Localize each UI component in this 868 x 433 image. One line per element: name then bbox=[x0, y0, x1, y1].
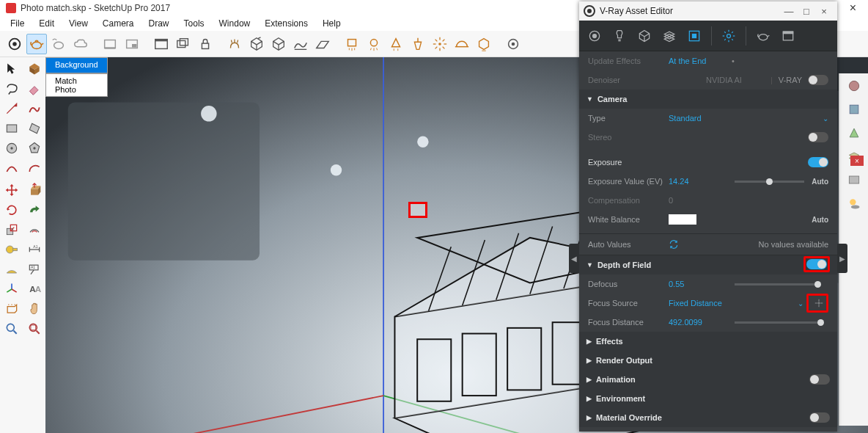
zoom-extents-tool[interactable] bbox=[24, 320, 45, 338]
material-override-toggle[interactable] bbox=[809, 412, 830, 423]
denoiser-vray[interactable]: V-RAY bbox=[779, 76, 802, 84]
animation-section-header[interactable]: ▶Animation bbox=[579, 370, 837, 389]
move-tool[interactable] bbox=[1, 181, 22, 199]
rectangle-tool[interactable] bbox=[1, 120, 22, 137]
offset-tool[interactable] bbox=[24, 221, 45, 239]
3dtext-tool[interactable]: AA bbox=[24, 280, 45, 298]
menu-extensions[interactable]: Extensions bbox=[257, 17, 315, 30]
circle-tool[interactable] bbox=[1, 139, 22, 157]
update-effects-value[interactable]: At the End bbox=[669, 57, 727, 65]
text-tool[interactable]: A1 bbox=[24, 261, 45, 278]
followme-tool[interactable] bbox=[24, 201, 45, 219]
scale-tool[interactable] bbox=[1, 221, 22, 239]
tape-tool[interactable] bbox=[1, 241, 22, 258]
freehand-tool[interactable] bbox=[24, 100, 45, 117]
focus-distance-slider[interactable] bbox=[735, 321, 821, 324]
infinite-plane-button[interactable] bbox=[312, 34, 333, 54]
pick-focus-point-button[interactable] bbox=[812, 296, 825, 310]
vray-objects-button[interactable] bbox=[503, 34, 523, 54]
zoom-tool[interactable] bbox=[1, 320, 22, 338]
light-plane-button[interactable] bbox=[342, 34, 362, 54]
panel-collapse-right[interactable]: ▶ bbox=[837, 244, 847, 273]
select-tool[interactable] bbox=[1, 60, 22, 78]
frame-buffer-icon[interactable] bbox=[777, 25, 799, 47]
light-sphere-button[interactable] bbox=[364, 34, 384, 54]
window-close-button[interactable]: × bbox=[844, 1, 862, 15]
type-value[interactable]: Standard bbox=[669, 114, 727, 123]
focus-distance-value[interactable]: 492.0099 bbox=[669, 318, 727, 327]
white-balance-swatch[interactable] bbox=[669, 214, 696, 225]
light-dome-button[interactable] bbox=[452, 34, 472, 54]
materials-tab-icon[interactable] bbox=[584, 25, 606, 47]
material-override-section-header[interactable]: ▶Material Override bbox=[579, 408, 837, 427]
light-omni-button[interactable] bbox=[430, 34, 450, 54]
menu-view[interactable]: View bbox=[62, 17, 95, 30]
denoiser-nvidia[interactable]: NVIDIA AI bbox=[706, 76, 765, 84]
viewport-region-button[interactable] bbox=[122, 34, 142, 54]
polygon-tool[interactable] bbox=[24, 139, 45, 157]
white-balance-auto[interactable]: Auto bbox=[812, 216, 828, 224]
light-mesh-button[interactable] bbox=[474, 34, 494, 54]
exposure-ev-auto[interactable]: Auto bbox=[812, 178, 828, 186]
light-ies-button[interactable] bbox=[408, 34, 428, 54]
teapot-render-button[interactable] bbox=[26, 34, 47, 54]
viewport-render-button[interactable] bbox=[100, 34, 120, 54]
pushpull-tool[interactable] bbox=[24, 181, 45, 199]
arc2-tool[interactable] bbox=[24, 159, 45, 177]
render-output-section-header[interactable]: ▶Render Output bbox=[579, 351, 837, 370]
teapot-rt-button[interactable] bbox=[48, 34, 69, 54]
defocus-slider[interactable] bbox=[735, 283, 821, 285]
lock-view-button[interactable] bbox=[195, 34, 216, 54]
proxy-export-button[interactable] bbox=[246, 34, 267, 54]
focus-source-value[interactable]: Fixed Distance bbox=[669, 299, 727, 308]
lights-tab-icon[interactable] bbox=[608, 25, 630, 47]
refresh-icon[interactable] bbox=[669, 239, 679, 250]
frame-buffer-button[interactable] bbox=[151, 34, 172, 54]
lasso-tool[interactable] bbox=[1, 80, 22, 98]
eraser-tool[interactable] bbox=[24, 80, 45, 98]
defocus-value[interactable]: 0.55 bbox=[669, 280, 727, 288]
menu-tools[interactable]: Tools bbox=[177, 17, 212, 30]
fur-button[interactable] bbox=[224, 34, 245, 54]
tray-shadows-icon[interactable] bbox=[841, 192, 867, 214]
stereo-toggle[interactable] bbox=[808, 132, 828, 142]
light-spot-button[interactable] bbox=[386, 34, 406, 54]
dof-toggle[interactable] bbox=[806, 259, 827, 269]
tray-styles-icon[interactable] bbox=[841, 122, 867, 144]
type-dropdown-icon[interactable]: ⌄ bbox=[823, 114, 828, 123]
tray-scenes-icon[interactable] bbox=[841, 169, 867, 191]
axes-tool[interactable] bbox=[1, 280, 22, 298]
menu-draw[interactable]: Draw bbox=[141, 17, 177, 30]
vray-logo-button[interactable] bbox=[4, 34, 25, 54]
compensation-value[interactable]: 0 bbox=[669, 196, 727, 205]
exposure-toggle[interactable] bbox=[808, 157, 828, 167]
cloud-render-button[interactable] bbox=[70, 34, 91, 54]
camera-section-header[interactable]: ▼Camera bbox=[579, 90, 837, 109]
panel-collapse-left[interactable]: ◀ bbox=[569, 244, 579, 273]
textures-tab-icon[interactable] bbox=[658, 25, 680, 47]
settings-tab-icon[interactable] bbox=[683, 25, 705, 47]
component-tool[interactable] bbox=[24, 60, 45, 78]
tab-match-photo[interactable]: Match Photo bbox=[45, 73, 108, 97]
effects-section-header[interactable]: ▶Effects bbox=[579, 332, 837, 351]
rotate-tool[interactable] bbox=[1, 201, 22, 219]
rotated-rect-tool[interactable] bbox=[24, 120, 45, 137]
vray-close-button[interactable]: × bbox=[815, 6, 833, 17]
protractor-tool[interactable] bbox=[1, 261, 22, 278]
dimension-tool[interactable]: A1 bbox=[24, 241, 45, 258]
menu-window[interactable]: Window bbox=[212, 17, 258, 30]
focus-source-dropdown-icon[interactable]: ⌄ bbox=[798, 299, 803, 308]
menu-edit[interactable]: Edit bbox=[32, 17, 62, 30]
line-tool[interactable] bbox=[1, 100, 22, 117]
displacement-button[interactable] bbox=[290, 34, 311, 54]
menu-file[interactable]: File bbox=[3, 17, 32, 30]
dof-section-header[interactable]: ▼Depth of Field bbox=[579, 255, 837, 274]
denoiser-toggle[interactable] bbox=[808, 75, 828, 85]
animation-toggle[interactable] bbox=[809, 374, 830, 385]
menu-help[interactable]: Help bbox=[315, 17, 348, 30]
proxy-import-button[interactable] bbox=[268, 34, 289, 54]
tray-materials-icon[interactable] bbox=[841, 75, 867, 97]
section-tool[interactable] bbox=[1, 300, 22, 318]
environment-section-header[interactable]: ▶Environment bbox=[579, 389, 837, 408]
vray-maximize-button[interactable]: □ bbox=[798, 6, 815, 17]
